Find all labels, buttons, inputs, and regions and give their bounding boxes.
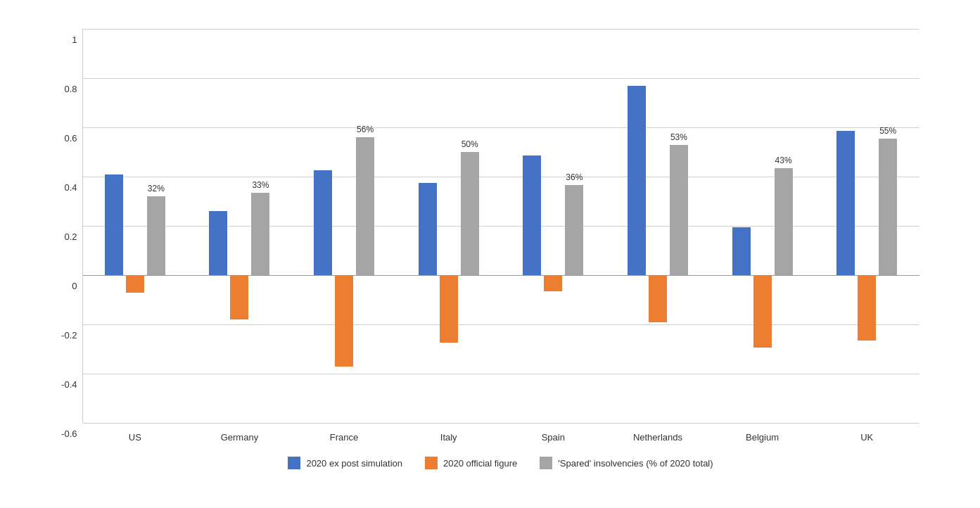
country-label: UK: [860, 432, 873, 443]
bar: [879, 139, 897, 275]
bar: [230, 275, 248, 319]
bar-label: 53%: [664, 132, 694, 142]
legend-swatch: [288, 457, 300, 469]
bar-label: 32%: [141, 184, 171, 193]
legend-item: 2020 ex post simulation: [288, 457, 402, 469]
grid-line: [83, 423, 919, 424]
bar: [335, 275, 353, 367]
legend-label: 2020 official figure: [443, 458, 517, 469]
bar: [314, 170, 332, 275]
country-label: Netherlands: [633, 432, 682, 443]
legend-label: 2020 ex post simulation: [306, 458, 402, 469]
bar: [670, 145, 688, 276]
bar: [544, 275, 562, 291]
country-group: Germany33%: [187, 29, 292, 423]
y-axis-label: 1: [72, 34, 77, 45]
y-axis-label: 0.4: [64, 182, 77, 193]
bar: [836, 131, 855, 275]
y-axis-label: -0.2: [61, 330, 77, 341]
bar: [251, 193, 269, 275]
bar: [209, 211, 227, 275]
bar-label: 55%: [873, 126, 903, 136]
country-group: Italy50%: [396, 29, 501, 423]
country-label: US: [129, 432, 141, 443]
bar: [105, 174, 123, 276]
country-label: Spain: [542, 432, 565, 443]
country-group: US32%: [83, 29, 188, 423]
country-group: Spain36%: [501, 29, 606, 423]
bar-label: 33%: [246, 180, 275, 190]
bar: [461, 152, 479, 275]
y-axis-label: 0.8: [64, 84, 77, 94]
bar-label: 36%: [559, 172, 589, 182]
legend-label: 'Spared' insolvencies (% of 2020 total): [558, 458, 713, 469]
bar: [356, 137, 374, 275]
bar: [147, 196, 165, 275]
bar-label: 50%: [455, 139, 485, 149]
legend: 2020 ex post simulation2020 official fig…: [82, 457, 919, 469]
country-group: Belgium43%: [710, 29, 815, 423]
bar: [565, 185, 583, 275]
bar: [858, 275, 876, 341]
legend-swatch: [425, 457, 438, 469]
chart-container: 10.80.60.40.20-0.2-0.4-0.6US32%Germany33…: [33, 15, 948, 493]
country-group: Netherlands53%: [606, 29, 711, 423]
legend-swatch: [540, 457, 552, 469]
country-group: UK55%: [815, 29, 919, 423]
country-label: Germany: [221, 432, 258, 443]
y-axis-label: -0.6: [61, 428, 77, 439]
y-axis-label: 0.6: [64, 133, 77, 144]
bar: [649, 275, 667, 322]
bar: [732, 227, 751, 275]
y-axis-label: 0: [72, 281, 77, 291]
country-label: Belgium: [746, 432, 779, 443]
chart-area: 10.80.60.40.20-0.2-0.4-0.6US32%Germany33…: [82, 29, 919, 423]
bar: [775, 168, 793, 275]
country-group: France56%: [292, 29, 397, 423]
country-label: Italy: [440, 432, 457, 443]
y-axis-label: -0.4: [61, 379, 77, 390]
bar: [523, 155, 541, 275]
bar: [419, 183, 437, 275]
legend-item: 'Spared' insolvencies (% of 2020 total): [540, 457, 713, 469]
country-label: France: [330, 432, 358, 443]
bar: [126, 275, 144, 293]
bar: [440, 275, 458, 343]
bar-label: 56%: [350, 125, 380, 134]
legend-item: 2020 official figure: [425, 457, 517, 469]
bar: [628, 86, 646, 276]
y-axis-label: 0.2: [64, 231, 77, 242]
bar-label: 43%: [769, 155, 798, 165]
bar: [753, 275, 772, 348]
